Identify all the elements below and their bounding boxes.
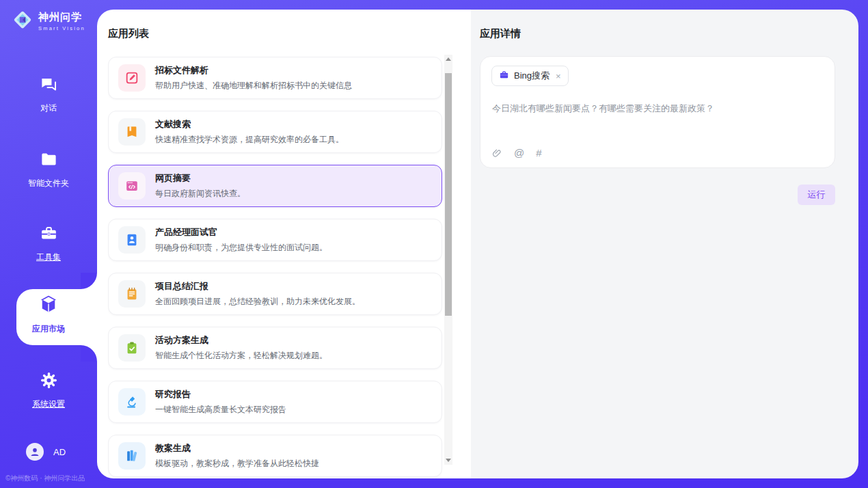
app-description: 智能生成个性化活动方案，轻松解决规划难题。 (155, 350, 327, 362)
diamond-logo-icon (11, 8, 34, 34)
attachment-icon[interactable] (492, 148, 502, 159)
app-card-pm-interviewer[interactable]: 产品经理面试官 明确身份和职责，为您提供专业性的面试问题。 (108, 219, 442, 261)
briefcase-icon (499, 70, 509, 83)
app-list-title: 应用列表 (108, 27, 149, 40)
research-report-icon (118, 388, 146, 416)
tool-tag-label: Bing搜索 (514, 70, 550, 82)
app-card-bid-parse[interactable]: 招标文件解析 帮助用户快速、准确地理解和解析招标书中的关键信息 (108, 57, 442, 99)
app-name: 产品经理面试官 (155, 226, 327, 239)
app-name: 教案生成 (155, 442, 319, 455)
bid-parse-icon (118, 64, 146, 92)
copyright-footer: ©神州数码 · 神州问学出品 (5, 474, 97, 483)
app-detail-title: 应用详情 (480, 27, 521, 40)
cube-icon (38, 294, 59, 317)
app-name: 招标文件解析 (155, 64, 352, 77)
brand-subtitle: Smart Vision (38, 25, 85, 31)
sidebar-item-toolset[interactable]: 工具集 (0, 224, 97, 263)
sidebar-item-label: 系统设置 (32, 398, 65, 410)
prompt-text-input[interactable]: 今日湖北有哪些新闻要点？有哪些需要关注的最新政策？ (492, 102, 824, 116)
sidebar-item-label: 应用市场 (32, 323, 65, 335)
app-description: 每日政府新闻资讯快查。 (155, 188, 245, 200)
literature-search-icon (118, 118, 146, 146)
app-card-project-summary[interactable]: 项目总结汇报 全面回顾项目进展，总结经验教训，助力未来优化发展。 (108, 273, 442, 315)
app-card-research-report[interactable]: 研究报告 一键智能生成高质量长文本研究报告 (108, 381, 442, 423)
sidebar-item-label: 对话 (40, 103, 57, 114)
avatar (26, 443, 44, 461)
sidebar-item-chat[interactable]: 对话 (0, 75, 97, 114)
app-description: 快速精准查找学术资源，提高研究效率的必备工具。 (155, 134, 344, 146)
scrollbar-thumb[interactable] (445, 73, 452, 316)
app-list: 招标文件解析 帮助用户快速、准确地理解和解析招标书中的关键信息 文献搜索 快速精… (108, 57, 442, 478)
chat-icon (40, 75, 58, 96)
app-name: 研究报告 (155, 388, 286, 401)
activity-plan-icon (118, 334, 146, 362)
sidebar-item-smart-folder[interactable]: 智能文件夹 (0, 150, 97, 189)
prompt-editor[interactable]: Bing搜索 × 今日湖北有哪些新闻要点？有哪些需要关注的最新政策？ @ # (480, 56, 835, 168)
app-description: 一键智能生成高质量长文本研究报告 (155, 404, 286, 416)
user-account[interactable]: AD (26, 443, 66, 461)
app-description: 全面回顾项目进展，总结经验教训，助力未来优化发展。 (155, 296, 360, 308)
mention-icon[interactable]: @ (514, 147, 524, 159)
gear-icon (40, 371, 58, 392)
folder-icon (40, 150, 58, 172)
app-name: 网页摘要 (155, 172, 245, 185)
hash-icon[interactable]: # (536, 147, 541, 159)
app-window: 神州问学 Smart Vision 对话 智能文件夹 (0, 0, 868, 488)
lesson-plan-icon (118, 442, 146, 470)
tool-tag-bing-search[interactable]: Bing搜索 × (491, 66, 569, 86)
app-description: 帮助用户快速、准确地理解和解析招标书中的关键信息 (155, 80, 352, 92)
pm-interviewer-icon (118, 226, 146, 254)
sidebar-item-settings[interactable]: 系统设置 (0, 371, 97, 410)
app-card-web-summary[interactable]: 网页摘要 每日政府新闻资讯快查。 (108, 165, 442, 207)
app-name: 项目总结汇报 (155, 280, 360, 293)
app-description: 模板驱动，教案秒成，教学准备从此轻松快捷 (155, 458, 319, 470)
app-description: 明确身份和职责，为您提供专业性的面试问题。 (155, 242, 327, 254)
brand-name: 神州问学 (38, 11, 85, 24)
app-name: 文献搜索 (155, 118, 344, 131)
web-summary-icon (118, 172, 146, 200)
sidebar-item-app-market[interactable]: 应用市场 (0, 294, 97, 335)
close-icon[interactable]: × (556, 71, 561, 81)
brand-logo: 神州问学 Smart Vision (11, 8, 85, 34)
app-detail-panel: 应用详情 Bing搜索 × 今日湖北有哪些新闻要点？有哪些需要关注的最新政策？ (471, 10, 858, 478)
prompt-toolbar: @ # (492, 147, 542, 159)
toolbox-icon (40, 224, 58, 245)
run-button[interactable]: 运行 (798, 185, 835, 205)
app-card-literature-search[interactable]: 文献搜索 快速精准查找学术资源，提高研究效率的必备工具。 (108, 111, 442, 153)
scroll-down-arrow-icon[interactable] (444, 456, 452, 465)
app-list-panel: 应用列表 招标文件解析 帮助用户快速、准确地理解和解析招标书中的关键信息 (97, 10, 471, 478)
sidebar: 神州问学 Smart Vision 对话 智能文件夹 (0, 0, 97, 488)
project-summary-icon (118, 280, 146, 308)
app-card-lesson-plan[interactable]: 教案生成 模板驱动，教案秒成，教学准备从此轻松快捷 (108, 435, 442, 477)
app-name: 活动方案生成 (155, 334, 327, 347)
app-list-scrollbar[interactable] (444, 55, 452, 465)
sidebar-item-label: 工具集 (36, 252, 61, 263)
main-panel: 应用列表 招标文件解析 帮助用户快速、准确地理解和解析招标书中的关键信息 (97, 10, 858, 478)
scroll-up-arrow-icon[interactable] (444, 55, 452, 64)
sidebar-item-label: 智能文件夹 (28, 178, 69, 189)
app-card-activity-plan[interactable]: 活动方案生成 智能生成个性化活动方案，轻松解决规划难题。 (108, 327, 442, 369)
user-name: AD (53, 447, 66, 457)
